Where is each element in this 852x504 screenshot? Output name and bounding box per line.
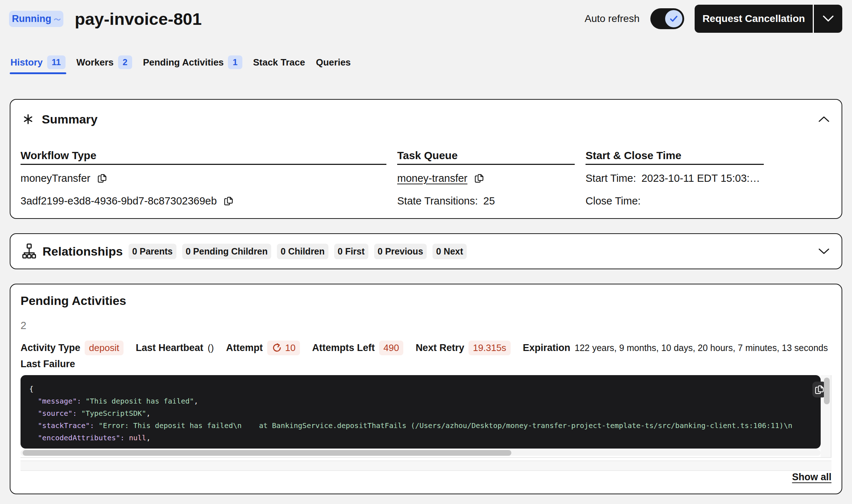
last-failure-label: Last Failure [21,359,831,370]
code-content: { "message": "This deposit has failed", … [29,383,821,444]
copy-task-queue-button[interactable] [474,173,485,184]
cancellation-menu-button[interactable] [814,5,842,33]
tab-count-badge: 1 [228,55,242,69]
task-queue-header: Task Queue [397,149,575,165]
page-title: pay-invoice-801 [75,9,202,29]
code-token: , [146,433,151,442]
workflow-type-header: Workflow Type [21,149,386,165]
summary-asterisk-icon [23,113,33,126]
activity-type-field: Activity Type deposit [21,341,124,355]
activity-type-badge: deposit [85,341,124,355]
next-retry-field: Next Retry 19.315s [416,341,511,355]
attempt-field: Attempt 10 [226,341,300,355]
vertical-scrollbar-thumb[interactable] [824,378,830,404]
task-queue-link[interactable]: money-transfer [397,172,467,184]
horizontal-scrollbar-thumb[interactable] [23,450,511,456]
relationships-title: Relationships [42,244,123,258]
code-token: "encodedAttributes": [29,433,125,442]
activity-type-label: Activity Type [21,342,80,354]
chevron-down-icon [821,14,835,23]
code-token: , [194,397,198,405]
attempt-badge: 10 [267,341,300,355]
relationship-chips: 0 Parents 0 Pending Children 0 Children … [129,244,467,259]
start-time-label: Start Time: [586,172,636,184]
copy-icon [474,173,485,184]
workflow-page: Running pay-invoice-801 Auto refresh Req… [0,7,852,494]
chip-children: 0 Children [277,244,328,259]
task-queue-column: Task Queue money-transfer State Transiti… [397,149,575,207]
request-cancellation-split-button: Request Cancellation [695,5,842,33]
attempts-left-label: Attempts Left [312,342,375,354]
start-time-value: 2023-10-11 EDT 15:03:… [641,172,760,184]
retry-icon [272,342,282,353]
expiration-field: Expiration 122 years, 9 months, 10 days,… [523,342,828,354]
attempts-left-field: Attempts Left 490 [312,341,403,355]
code-token: "stackTrace": [29,421,94,430]
code-token: "source": [29,409,77,418]
time-header: Start & Close Time [586,149,764,165]
code-token: "TypeScriptSDK" [77,409,146,418]
last-failure-code-block: { "message": "This deposit has failed", … [21,375,821,449]
chip-first: 0 First [334,244,368,259]
status-badge: Running [9,11,63,27]
tab-stack-trace[interactable]: Stack Trace [253,55,305,74]
state-transitions-value: 25 [483,195,495,207]
tab-label: Stack Trace [253,57,305,68]
pending-activities-title: Pending Activities [21,294,831,308]
show-all-link[interactable]: Show all [792,472,831,482]
attempt-value: 10 [285,342,296,354]
summary-card: Summary Workflow Type moneyTransfer [10,99,842,219]
copy-icon [97,173,108,184]
last-heartbeat-value: () [207,342,214,354]
code-token: "Error: This deposit has failed\n at Ban… [94,421,793,430]
time-column: Start & Close Time Start Time: 2023-10-1… [586,149,764,207]
summary-title: Summary [42,112,98,126]
code-token: , [146,409,151,418]
chip-previous: 0 Previous [374,244,427,259]
tab-bar: History 11 Workers 2 Pending Activities … [10,55,842,74]
tab-history[interactable]: History 11 [10,55,66,74]
copy-run-id-button[interactable] [223,195,234,207]
show-all-row: Show all [21,472,831,483]
horizontal-scrollbar [21,450,821,456]
workflow-type-value: moneyTransfer [21,172,90,184]
tab-pending-activities[interactable]: Pending Activities 1 [143,55,242,74]
next-retry-label: Next Retry [416,342,464,354]
chevron-up-icon [818,115,830,123]
task-queue-cell: money-transfer [397,172,575,184]
pending-activity-fields: Activity Type deposit Last Heartbeat () … [21,340,831,355]
check-icon [669,14,679,24]
tab-queries[interactable]: Queries [316,55,351,74]
state-transitions-label: State Transitions: [397,195,478,207]
request-cancellation-button[interactable]: Request Cancellation [695,5,813,33]
tab-label: History [10,57,43,68]
attempts-left-badge: 490 [379,341,403,355]
summary-collapse-button[interactable] [816,114,831,125]
header-actions: Auto refresh Request Cancellation [584,5,842,33]
last-heartbeat-label: Last Heartbeat [136,342,203,354]
tab-label: Workers [76,57,114,68]
expiration-label: Expiration [523,342,570,354]
code-token: "This deposit has failed" [81,397,194,405]
state-transitions-cell: State Transitions: 25 [397,195,575,207]
run-id-value: 3adf2199-e3d8-4936-9bd7-8c87302369eb [21,195,217,207]
copy-workflow-type-button[interactable] [97,173,108,184]
tab-count-badge: 2 [118,55,132,69]
auto-refresh-toggle[interactable] [650,8,684,29]
tab-workers[interactable]: Workers 2 [76,55,132,74]
page-header: Running pay-invoice-801 Auto refresh Req… [10,7,842,30]
next-retry-badge: 19.315s [468,341,511,355]
summary-card-header: Summary [21,112,831,126]
expiration-value: 122 years, 9 months, 10 days, 20 hours, … [575,343,828,353]
toggle-knob [665,10,682,27]
code-token: null [125,433,146,442]
chevron-down-icon [818,247,830,255]
auto-refresh-label: Auto refresh [584,13,640,24]
relationships-expand-button[interactable] [816,246,831,257]
pending-activities-count: 2 [21,319,831,332]
status-label: Running [12,13,51,24]
tab-count-badge: 11 [47,55,66,69]
run-id-cell: 3adf2199-e3d8-4936-9bd7-8c87302369eb [21,195,386,207]
row-separator [21,457,831,458]
chip-parents: 0 Parents [129,244,176,259]
